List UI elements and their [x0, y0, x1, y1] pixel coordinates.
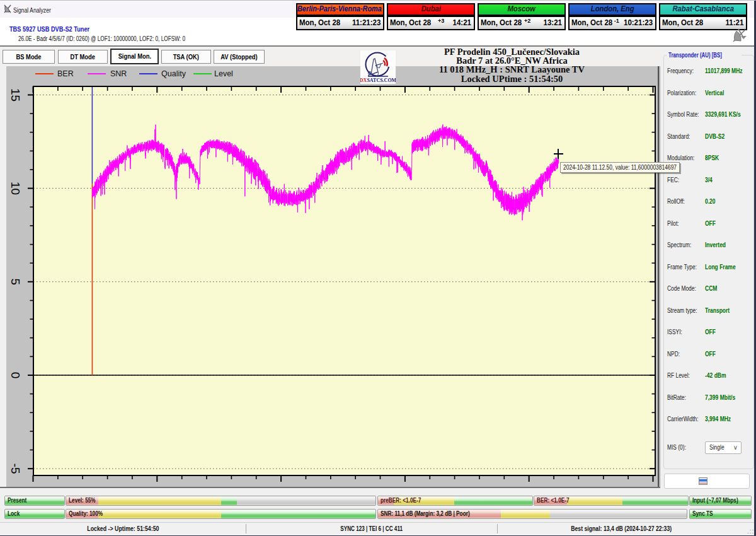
svg-text:0: 0	[9, 372, 22, 379]
svg-text:-5: -5	[9, 463, 22, 474]
svg-text:10: 10	[9, 182, 22, 195]
svg-text:5: 5	[9, 279, 22, 286]
svg-text:DXSATCS.COM: DXSATCS.COM	[360, 78, 396, 83]
svg-text:15: 15	[9, 88, 22, 102]
